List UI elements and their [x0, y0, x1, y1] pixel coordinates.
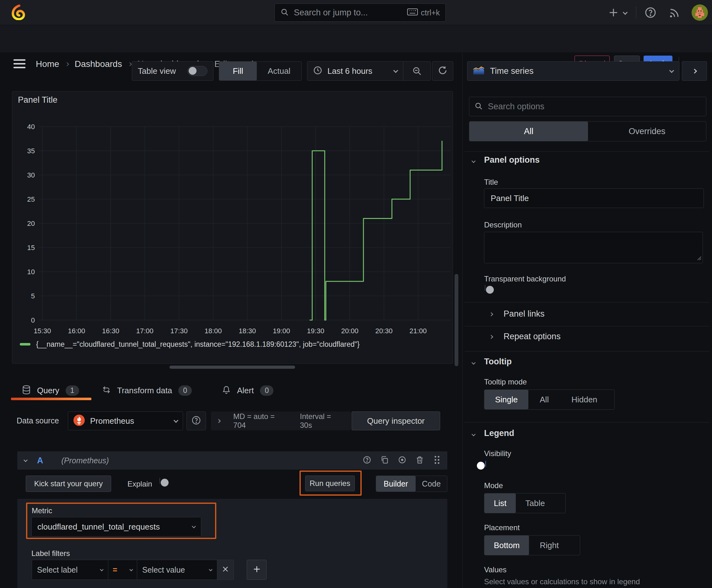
- description-textarea[interactable]: [484, 232, 703, 263]
- menu-hamburger-icon[interactable]: [13, 58, 26, 71]
- legend-header[interactable]: Legend: [484, 428, 514, 438]
- legend-series-name[interactable]: {__name__="cloudflared_tunnel_total_requ…: [36, 340, 360, 349]
- news-rss-icon[interactable]: [668, 7, 680, 20]
- svg-text:17:30: 17:30: [170, 327, 188, 335]
- scrollbar-thumb[interactable]: [455, 274, 458, 366]
- help-icon[interactable]: [644, 6, 657, 20]
- drag-handle-icon[interactable]: [434, 455, 440, 466]
- tooltip-mode-segmented: Single All Hidden: [484, 390, 615, 410]
- fill-option[interactable]: Fill: [219, 62, 257, 80]
- tab-alert-count: 0: [260, 385, 274, 396]
- query-inspector-button[interactable]: Query inspector: [352, 412, 440, 430]
- run-queries-button[interactable]: Run queries: [305, 476, 355, 491]
- tooltip-hidden-option[interactable]: Hidden: [560, 390, 608, 409]
- query-options-expand-icon[interactable]: [217, 419, 221, 423]
- search-icon: [474, 102, 483, 111]
- svg-text:19:00: 19:00: [273, 327, 290, 335]
- tab-overrides[interactable]: Overrides: [588, 122, 706, 141]
- tooltip-all-option[interactable]: All: [528, 390, 560, 409]
- delete-query-icon[interactable]: [415, 456, 424, 465]
- user-avatar[interactable]: [691, 4, 708, 22]
- explain-toggle[interactable]: [159, 478, 160, 484]
- metric-label: Metric: [32, 506, 52, 515]
- repeat-options-header[interactable]: Repeat options: [503, 332, 561, 341]
- query-row-collapse-icon[interactable]: [24, 458, 28, 462]
- visualization-expand-button[interactable]: [682, 61, 707, 81]
- datasource-help-button[interactable]: [187, 412, 206, 430]
- datasource-chevron-icon: [174, 418, 179, 423]
- keyboard-icon: [407, 8, 418, 17]
- select-label-placeholder: Select label: [37, 565, 78, 574]
- query-row-header: A (Prometheus): [17, 451, 447, 469]
- metric-select[interactable]: cloudflared_tunnel_total_requests: [31, 517, 201, 537]
- visualization-select[interactable]: Time series: [467, 61, 679, 81]
- tab-alert[interactable]: Alert 0: [222, 383, 274, 398]
- select-value-placeholder: Select value: [142, 565, 185, 574]
- duplicate-query-icon[interactable]: [380, 456, 389, 465]
- refresh-button[interactable]: [432, 61, 453, 81]
- toggle-visibility-icon[interactable]: [398, 456, 407, 465]
- datasource-select[interactable]: Prometheus: [68, 412, 183, 430]
- panel-links-header[interactable]: Panel links: [503, 309, 545, 319]
- query-editor-block: Metric cloudflared_tunnel_total_requests…: [17, 499, 447, 588]
- panel-options-header[interactable]: Panel options: [484, 155, 540, 165]
- breadcrumb-separator-icon: [128, 62, 132, 66]
- sidebar-divider: [465, 422, 710, 422]
- operator-dropdown[interactable]: =: [108, 560, 137, 580]
- placement-bottom[interactable]: Bottom: [484, 536, 529, 555]
- query-options-md: MD = auto = 704: [233, 412, 288, 430]
- table-view-toggle[interactable]: [188, 66, 208, 76]
- legend-series-swatch[interactable]: [20, 343, 30, 345]
- time-range-picker[interactable]: Last 6 hours: [307, 62, 403, 80]
- visibility-toggle[interactable]: [486, 461, 486, 467]
- svg-text:5: 5: [31, 292, 35, 300]
- legend-mode-table[interactable]: Table: [516, 493, 554, 513]
- top-bar: Search or jump to... ctrl+k: [0, 0, 712, 25]
- sidebar-divider: [465, 302, 710, 302]
- label-filters-label: Label filters: [31, 549, 70, 558]
- search-placeholder: Search or jump to...: [294, 8, 368, 18]
- transparent-background-toggle[interactable]: [485, 285, 486, 291]
- add-new-chevron-icon[interactable]: [623, 10, 628, 15]
- legend-mode-list[interactable]: List: [484, 493, 516, 513]
- breadcrumb-separator-icon: [65, 62, 69, 66]
- query-help-icon[interactable]: [363, 456, 371, 465]
- kickstart-query-button[interactable]: Kick start your query: [26, 476, 111, 492]
- zoom-out-button[interactable]: [404, 66, 430, 76]
- tab-transform-data[interactable]: Transform data 0: [102, 383, 192, 398]
- select-value-dropdown[interactable]: Select value: [137, 560, 217, 580]
- options-search-placeholder: Search options: [488, 102, 544, 111]
- time-series-chart[interactable]: 051015202530354015:3016:0016:3017:0017:3…: [12, 91, 453, 338]
- svg-text:40: 40: [27, 123, 35, 131]
- builder-option[interactable]: Builder: [376, 476, 416, 491]
- options-search[interactable]: Search options: [469, 97, 706, 116]
- transparent-background-label: Transparent background: [484, 275, 566, 283]
- breadcrumb-dashboards[interactable]: Dashboards: [75, 59, 122, 69]
- tooltip-single-option[interactable]: Single: [484, 390, 528, 409]
- panel-title-input[interactable]: [484, 188, 704, 208]
- query-options-bar[interactable]: MD = auto = 704 Interval = 30s: [211, 412, 351, 430]
- placement-right[interactable]: Right: [529, 536, 569, 555]
- remove-filter-button[interactable]: [217, 560, 234, 580]
- tooltip-header[interactable]: Tooltip: [484, 357, 512, 366]
- query-row-letter[interactable]: A: [37, 456, 43, 465]
- select-value-chevron-icon: [209, 568, 212, 571]
- tab-query[interactable]: Query 1: [22, 383, 79, 398]
- global-search[interactable]: Search or jump to... ctrl+k: [274, 3, 446, 22]
- grafana-logo-icon[interactable]: [11, 4, 26, 21]
- description-label: Description: [484, 220, 522, 229]
- tab-all[interactable]: All: [469, 122, 588, 141]
- time-range-chevron-icon: [393, 68, 398, 73]
- code-option[interactable]: Code: [416, 476, 447, 491]
- operator-chevron-icon: [129, 568, 133, 571]
- question-circle-icon: [191, 415, 201, 426]
- actual-option[interactable]: Actual: [257, 62, 301, 80]
- select-label-chevron-icon: [100, 568, 103, 571]
- select-label-dropdown[interactable]: Select label: [32, 560, 108, 580]
- breadcrumb-home[interactable]: Home: [36, 59, 59, 69]
- add-new-button[interactable]: [608, 7, 619, 19]
- add-filter-button[interactable]: [247, 560, 266, 580]
- panel-resize-handle[interactable]: [170, 365, 295, 369]
- nav-bar: Home Dashboards New dashboard Edit panel…: [0, 25, 712, 53]
- query-row-datasource: (Prometheus): [62, 456, 109, 465]
